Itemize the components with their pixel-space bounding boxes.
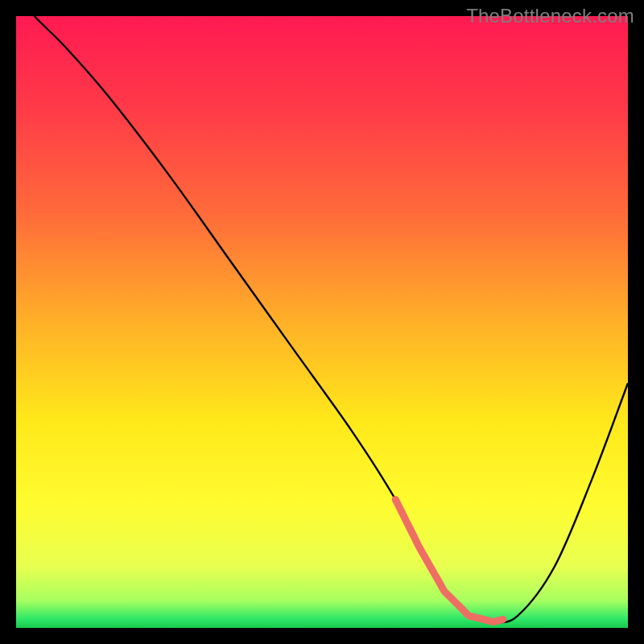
chart-background <box>16 16 628 628</box>
watermark-text: TheBottleneck.com <box>466 5 634 27</box>
bottleneck-chart <box>0 0 644 644</box>
